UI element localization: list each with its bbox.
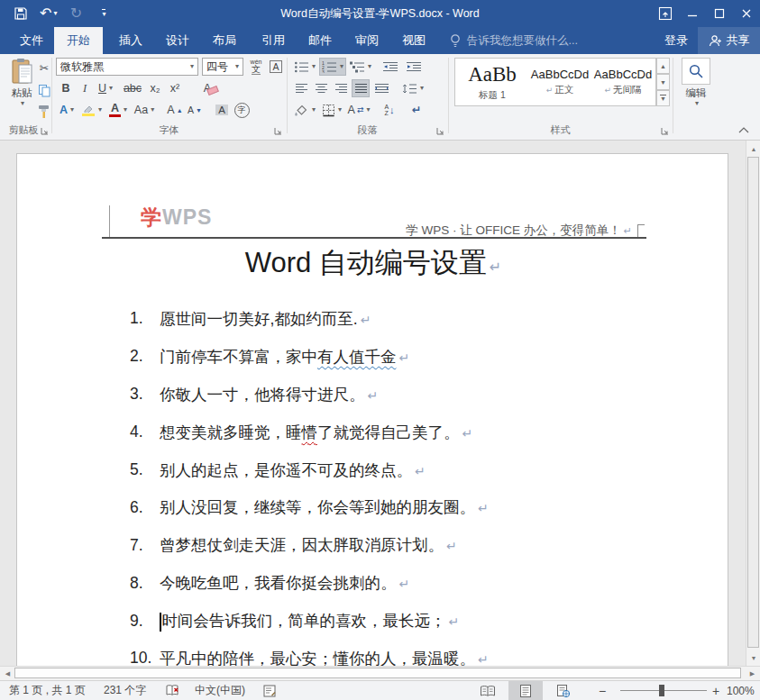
scroll-down-button[interactable]: ▼ — [746, 650, 760, 665]
redo-button[interactable]: ↻ — [68, 2, 84, 25]
show-hide-marks-button[interactable]: ↵ — [407, 101, 426, 119]
list-item[interactable]: 5.别人的起点，是你遥不可及的终点。↵ — [130, 451, 700, 489]
list-item[interactable]: 3.你敬人一寸，他将得寸进尺。↵ — [130, 376, 700, 414]
vertical-scroll-thumb[interactable] — [747, 157, 759, 648]
maximize-button[interactable] — [706, 0, 733, 27]
vertical-scrollbar[interactable]: ▲ ▼ — [746, 141, 760, 666]
word-count-status[interactable]: 231 个字 — [104, 681, 146, 700]
line-spacing-button[interactable]: ▾ — [400, 79, 426, 97]
editing-button[interactable]: 编辑 ▾ — [678, 58, 714, 107]
collapse-ribbon-button[interactable] — [737, 124, 750, 137]
horizontal-scrollbar[interactable]: ◀ ▶ — [0, 666, 760, 680]
cut-button[interactable]: ✂ — [36, 59, 52, 77]
multilevel-list-button[interactable]: ▾ — [348, 58, 373, 76]
bullets-button[interactable]: ▾ — [292, 58, 317, 76]
macro-record-button[interactable] — [263, 681, 276, 700]
character-border-button[interactable]: A — [267, 58, 285, 76]
font-color-button[interactable]: A▾ — [106, 101, 130, 119]
tab-design[interactable]: 设计 — [153, 27, 202, 54]
tab-file[interactable]: 文件 — [7, 27, 56, 54]
language-status[interactable]: 中文(中国) — [195, 681, 245, 700]
web-layout-button[interactable] — [546, 681, 581, 700]
align-right-button[interactable] — [332, 79, 350, 97]
list-item[interactable]: 7.曾梦想仗剑走天涯，因太胖取消原计划。↵ — [130, 526, 700, 564]
tab-mailings[interactable]: 邮件 — [296, 27, 344, 54]
character-shading-button[interactable]: A — [213, 101, 231, 119]
style-no-spacing[interactable]: AaBbCcDd ↵无间隔 — [592, 59, 654, 105]
page-number-status[interactable]: 第 1 页 , 共 1 页 — [9, 681, 86, 700]
borders-button[interactable]: ▾ — [319, 101, 344, 119]
print-layout-button[interactable] — [508, 681, 543, 700]
justify-button[interactable] — [352, 79, 370, 97]
tab-layout[interactable]: 布局 — [200, 27, 249, 54]
zoom-level[interactable]: 100% — [727, 681, 755, 700]
enclose-characters-button[interactable]: 字 — [233, 101, 251, 119]
ribbon-display-options-button[interactable] — [652, 0, 679, 27]
format-painter-button[interactable] — [36, 103, 52, 121]
copy-button[interactable] — [36, 81, 52, 99]
read-mode-button[interactable] — [471, 681, 505, 700]
tab-insert[interactable]: 插入 — [106, 27, 155, 54]
clear-formatting-button[interactable]: A — [195, 79, 220, 97]
grow-font-button[interactable]: A▲ — [166, 101, 184, 119]
list-item[interactable]: 10.平凡中的陪伴，最心安；懂你的人，最温暖。↵ — [130, 640, 700, 666]
tab-review[interactable]: 审阅 — [343, 27, 391, 54]
proofing-errors-button[interactable] — [165, 681, 180, 700]
save-button[interactable] — [13, 2, 29, 25]
undo-button[interactable]: ↶▾ — [40, 2, 57, 25]
align-left-button[interactable] — [292, 79, 310, 97]
tell-me-box[interactable]: 告诉我您想要做什么... — [449, 27, 578, 54]
align-center-button[interactable] — [312, 79, 330, 97]
strikethrough-button[interactable]: abc — [121, 79, 144, 97]
customize-qat-button[interactable]: ▾ — [95, 2, 111, 25]
underline-button[interactable]: U▾ — [94, 79, 117, 97]
tab-home[interactable]: 开始 — [54, 27, 103, 54]
bold-button[interactable]: B — [58, 79, 74, 97]
list-item[interactable]: 6.别人没回复，继续等，你会等到她的朋友圈。↵ — [130, 488, 700, 526]
shading-button[interactable]: ▾ — [292, 101, 317, 119]
shrink-font-button[interactable]: A▼ — [186, 101, 204, 119]
style-scroll-up-button[interactable]: ▲ — [656, 58, 670, 74]
list-item[interactable]: 2.门前停车不算富，家中有人值千金↵ — [130, 338, 700, 376]
document-page[interactable]: 学WPS 学 WPS · 让 OFFICE 办公，变得简单！↵ Word 自动编… — [16, 153, 728, 666]
scroll-up-button[interactable]: ▲ — [746, 141, 760, 156]
zoom-in-button[interactable]: + — [712, 681, 719, 700]
zoom-out-button[interactable]: − — [599, 681, 606, 700]
tab-view[interactable]: 视图 — [389, 27, 438, 54]
sort-button[interactable]: AZ ↓ — [379, 101, 400, 119]
font-dialog-launcher[interactable] — [274, 125, 283, 134]
subscript-button[interactable]: x₂ — [146, 79, 164, 97]
style-scroll-down-button[interactable]: ▼ — [656, 74, 670, 90]
list-item[interactable]: 4.想变美就多睡觉，睡懵了就觉得自己美了。↵ — [130, 414, 700, 451]
list-item[interactable]: 1.愿世间一切美好,都如约而至.↵ — [130, 300, 700, 338]
superscript-button[interactable]: x² — [166, 79, 184, 97]
paragraph-dialog-launcher[interactable] — [436, 125, 445, 134]
decrease-indent-button[interactable] — [380, 58, 400, 76]
minimize-button[interactable] — [679, 0, 706, 27]
horizontal-scroll-thumb[interactable] — [14, 668, 741, 678]
paste-button[interactable]: 粘贴 ▾ — [4, 58, 40, 107]
text-highlight-button[interactable]: ▾ — [79, 101, 105, 119]
asian-layout-button[interactable]: A⇄▾ — [346, 101, 371, 119]
styles-dialog-launcher[interactable] — [661, 125, 670, 134]
font-size-combo[interactable]: 四号▾ — [202, 58, 243, 76]
italic-button[interactable]: I — [78, 79, 92, 97]
numbering-button[interactable]: 123 ▾ — [319, 58, 346, 76]
distributed-button[interactable] — [371, 79, 391, 97]
style-normal[interactable]: AaBbCcDd ↵正文 — [529, 59, 591, 105]
list-item[interactable]: 9.时间会告诉我们，简单的喜欢，最长远；↵ — [130, 602, 700, 640]
close-button[interactable] — [733, 0, 760, 27]
tab-references[interactable]: 引用 — [249, 27, 298, 54]
phonetic-guide-button[interactable]: wén文 — [247, 58, 265, 76]
text-effects-button[interactable]: A▾ — [56, 101, 78, 119]
increase-indent-button[interactable] — [404, 58, 424, 76]
style-heading1[interactable]: AaBb 标题 1 — [459, 59, 526, 105]
scroll-right-button[interactable]: ▶ — [746, 667, 759, 680]
clipboard-dialog-launcher[interactable] — [41, 125, 50, 134]
scroll-left-button[interactable]: ◀ — [1, 667, 14, 680]
font-name-combo[interactable]: 微软雅黑▾ — [56, 58, 198, 76]
change-case-button[interactable]: Aa▾ — [132, 101, 157, 119]
share-button[interactable]: 共享 — [698, 27, 760, 54]
list-item[interactable]: 8.今晚吃鱼吧，我看你挺会挑刺的。↵ — [130, 564, 700, 602]
style-gallery-more-button[interactable]: ▼ — [656, 90, 670, 106]
